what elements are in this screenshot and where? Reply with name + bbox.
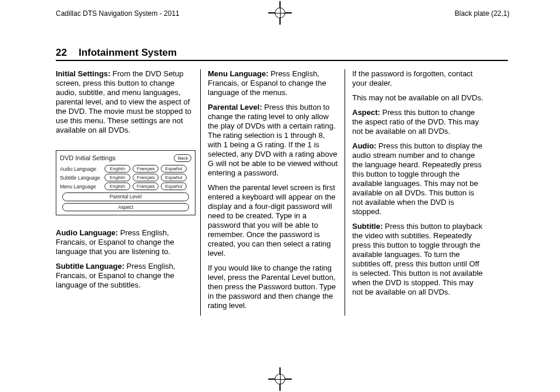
audio-lang-francais-button[interactable]: Français — [133, 165, 158, 173]
subtitle-lang-english-button[interactable]: English — [104, 174, 130, 181]
audio-language-paragraph: Audio Language: Press English, Francais,… — [56, 228, 195, 256]
audio-heading: Audio: — [352, 141, 376, 150]
menu-language-paragraph: Menu Language: Press English, Francais, … — [208, 69, 340, 97]
menu-lang-francais-button[interactable]: Français — [133, 183, 158, 190]
subtitle-language-heading: Subtitle Language: — [56, 262, 124, 271]
initial-settings-label: Initial Settings: — [56, 69, 110, 78]
subtitle-heading: Subtitle: — [352, 222, 383, 231]
menu-lang-english-button[interactable]: English — [104, 183, 130, 190]
parental-level-button[interactable]: Parental Level — [62, 192, 189, 201]
registration-mark-bottom — [268, 367, 292, 391]
aspect-button[interactable]: Aspect — [62, 203, 189, 211]
parental-level-paragraph: Parental Level: Press this button to cha… — [208, 103, 340, 178]
subtitle-language-label: Subtitle Language — [60, 175, 102, 181]
column-3: If the password is forgotten, contact yo… — [345, 69, 489, 316]
subtitle-language-paragraph: Subtitle Language: Press English, Franca… — [56, 262, 195, 290]
subtitle-body: Press this button to playback the video … — [352, 222, 483, 296]
back-button[interactable]: Back — [174, 154, 191, 162]
parental-level-heading: Parental Level: — [208, 103, 262, 111]
column-2: Menu Language: Press English, Francais, … — [200, 69, 345, 316]
initial-settings-body: From the DVD Setup screen, press this bu… — [56, 69, 191, 134]
availability-note: This may not be available on all DVDs. — [352, 93, 484, 103]
parental-level-p3: If you would like to change the rating l… — [208, 263, 340, 310]
parental-level-body: Press this button to change the rating l… — [208, 103, 338, 177]
audio-lang-english-button[interactable]: English — [104, 165, 130, 173]
page-number: 22 — [56, 47, 67, 59]
password-forgotten-paragraph: If the password is forgotten, contact yo… — [352, 69, 484, 88]
menu-lang-espanol-button[interactable]: Español — [161, 183, 187, 190]
subtitle-lang-espanol-button[interactable]: Español — [161, 174, 187, 181]
audio-language-label: Audio Language — [60, 166, 102, 172]
menu-language-heading: Menu Language: — [208, 69, 268, 78]
audio-paragraph: Audio: Press this button to display the … — [352, 141, 484, 217]
aspect-paragraph: Aspect: Press this button to change the … — [352, 108, 484, 136]
audio-language-heading: Audio Language: — [56, 228, 118, 237]
parental-level-p2: When the parental level screen is first … — [208, 183, 340, 258]
initial-settings-paragraph: Initial Settings: From the DVD Setup scr… — [56, 69, 195, 135]
audio-body: Press this button to display the audio s… — [352, 141, 483, 216]
subtitle-paragraph: Subtitle: Press this button to playback … — [352, 222, 484, 297]
dvd-settings-figure: DVD Initial Settings Back Audio Language… — [56, 150, 195, 215]
column-1: Initial Settings: From the DVD Setup scr… — [56, 69, 200, 316]
doc-identifier: Cadillac DTS Navigation System - 2011 — [56, 9, 180, 18]
audio-lang-espanol-button[interactable]: Español — [161, 165, 187, 173]
menu-language-label: Menu Language — [60, 184, 102, 190]
subtitle-lang-francais-button[interactable]: Français — [133, 174, 158, 181]
plate-info: Black plate (22,1) — [455, 9, 510, 18]
figure-title: DVD Initial Settings — [60, 154, 116, 163]
aspect-heading: Aspect: — [352, 108, 380, 117]
section-title: Infotainment System — [79, 47, 177, 59]
